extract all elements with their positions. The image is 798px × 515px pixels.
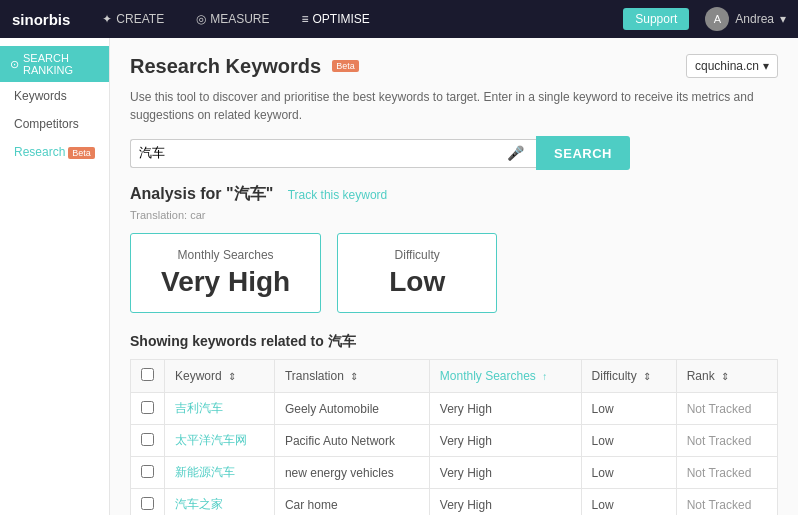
sidebar-section-title: ⊙ SEARCH RANKING <box>0 46 109 82</box>
table-row: 太平洋汽车网 Pacific Auto Network Very High Lo… <box>131 425 778 457</box>
logo: sinorbis <box>12 11 70 28</box>
row-keyword[interactable]: 太平洋汽车网 <box>165 425 275 457</box>
sort-arrow-difficulty: ⇕ <box>643 371 651 382</box>
col-checkbox <box>131 360 165 393</box>
row-translation: new energy vehicles <box>274 457 429 489</box>
col-difficulty[interactable]: Difficulty ⇕ <box>581 360 676 393</box>
col-monthly-searches[interactable]: Monthly Searches ↑ <box>429 360 581 393</box>
row-monthly-searches: Very High <box>429 425 581 457</box>
create-icon: ✦ <box>102 12 112 26</box>
chevron-down-icon: ▾ <box>763 59 769 73</box>
table-header-row: Keyword ⇕ Translation ⇕ Monthly Searches… <box>131 360 778 393</box>
row-translation: Pacific Auto Network <box>274 425 429 457</box>
beta-badge: Beta <box>68 147 95 159</box>
search-ranking-icon: ⊙ <box>10 58 19 71</box>
nav-measure[interactable]: ◎ MEASURE <box>188 8 277 30</box>
table-row: 汽车之家 Car home Very High Low Not Tracked <box>131 489 778 516</box>
sort-arrow-translation: ⇕ <box>350 371 358 382</box>
analysis-title: Analysis for "汽车" <box>130 185 278 202</box>
row-checkbox-cell <box>131 457 165 489</box>
row-checkbox[interactable] <box>141 401 154 414</box>
track-keyword-link[interactable]: Track this keyword <box>288 188 388 202</box>
user-menu[interactable]: A Andrea ▾ <box>705 7 786 31</box>
row-monthly-searches: Very High <box>429 393 581 425</box>
row-checkbox-cell <box>131 393 165 425</box>
keywords-table: Keyword ⇕ Translation ⇕ Monthly Searches… <box>130 359 778 515</box>
sort-arrow-keyword: ⇕ <box>228 371 236 382</box>
top-navigation: sinorbis ✦ CREATE ◎ MEASURE ≡ OPTIMISE S… <box>0 0 798 38</box>
table-row: 吉利汽车 Geely Automobile Very High Low Not … <box>131 393 778 425</box>
sidebar-item-keywords[interactable]: Keywords <box>0 82 109 110</box>
sidebar-item-research[interactable]: ResearchBeta <box>0 138 109 166</box>
row-difficulty: Low <box>581 425 676 457</box>
row-checkbox-cell <box>131 489 165 516</box>
site-selector[interactable]: cquchina.cn ▾ <box>686 54 778 78</box>
main-layout: ⊙ SEARCH RANKING Keywords Competitors Re… <box>0 38 798 515</box>
col-keyword[interactable]: Keyword ⇕ <box>165 360 275 393</box>
difficulty-value: Low <box>368 266 466 298</box>
select-all-checkbox[interactable] <box>141 368 154 381</box>
optimise-icon: ≡ <box>302 12 309 26</box>
row-checkbox-cell <box>131 425 165 457</box>
main-content: Research Keywords Beta cquchina.cn ▾ Use… <box>110 38 798 515</box>
monthly-searches-card: Monthly Searches Very High <box>130 233 321 313</box>
col-translation[interactable]: Translation ⇕ <box>274 360 429 393</box>
user-name: Andrea <box>735 12 774 26</box>
support-button[interactable]: Support <box>623 8 689 30</box>
sort-arrow-monthly: ↑ <box>542 371 547 382</box>
row-translation: Geely Automobile <box>274 393 429 425</box>
row-rank: Not Tracked <box>676 393 777 425</box>
row-monthly-searches: Very High <box>429 457 581 489</box>
monthly-searches-value: Very High <box>161 266 290 298</box>
difficulty-card: Difficulty Low <box>337 233 497 313</box>
row-keyword[interactable]: 吉利汽车 <box>165 393 275 425</box>
page-title-area: Research Keywords Beta <box>130 55 359 78</box>
col-rank[interactable]: Rank ⇕ <box>676 360 777 393</box>
nav-create[interactable]: ✦ CREATE <box>94 8 172 30</box>
row-difficulty: Low <box>581 393 676 425</box>
page-title: Research Keywords <box>130 55 321 78</box>
row-checkbox[interactable] <box>141 497 154 510</box>
row-translation: Car home <box>274 489 429 516</box>
chevron-down-icon: ▾ <box>780 12 786 26</box>
row-keyword[interactable]: 汽车之家 <box>165 489 275 516</box>
metric-cards: Monthly Searches Very High Difficulty Lo… <box>130 233 778 313</box>
page-header: Research Keywords Beta cquchina.cn ▾ <box>130 54 778 78</box>
translation-note: Translation: car <box>130 209 778 221</box>
search-button[interactable]: SEARCH <box>536 136 630 170</box>
site-name: cquchina.cn <box>695 59 759 73</box>
row-checkbox[interactable] <box>141 433 154 446</box>
row-keyword[interactable]: 新能源汽车 <box>165 457 275 489</box>
row-difficulty: Low <box>581 489 676 516</box>
row-difficulty: Low <box>581 457 676 489</box>
row-rank: Not Tracked <box>676 489 777 516</box>
showing-label: Showing keywords related to 汽车 <box>130 333 778 351</box>
page-description: Use this tool to discover and prioritise… <box>130 88 778 124</box>
row-rank: Not Tracked <box>676 457 777 489</box>
row-checkbox[interactable] <box>141 465 154 478</box>
nav-optimise[interactable]: ≡ OPTIMISE <box>294 8 378 30</box>
row-rank: Not Tracked <box>676 425 777 457</box>
difficulty-label: Difficulty <box>368 248 466 262</box>
search-input-wrapper: 🎤 <box>130 139 536 168</box>
measure-icon: ◎ <box>196 12 206 26</box>
page-beta-badge: Beta <box>332 60 359 72</box>
sidebar-item-competitors[interactable]: Competitors <box>0 110 109 138</box>
avatar: A <box>705 7 729 31</box>
analysis-header: Analysis for "汽车" Track this keyword <box>130 184 778 205</box>
sidebar: ⊙ SEARCH RANKING Keywords Competitors Re… <box>0 38 110 515</box>
row-monthly-searches: Very High <box>429 489 581 516</box>
table-row: 新能源汽车 new energy vehicles Very High Low … <box>131 457 778 489</box>
microphone-icon: 🎤 <box>503 145 528 161</box>
search-area: 🎤 SEARCH <box>130 136 630 170</box>
search-input[interactable] <box>139 140 503 167</box>
sort-arrow-rank: ⇕ <box>721 371 729 382</box>
monthly-searches-label: Monthly Searches <box>161 248 290 262</box>
